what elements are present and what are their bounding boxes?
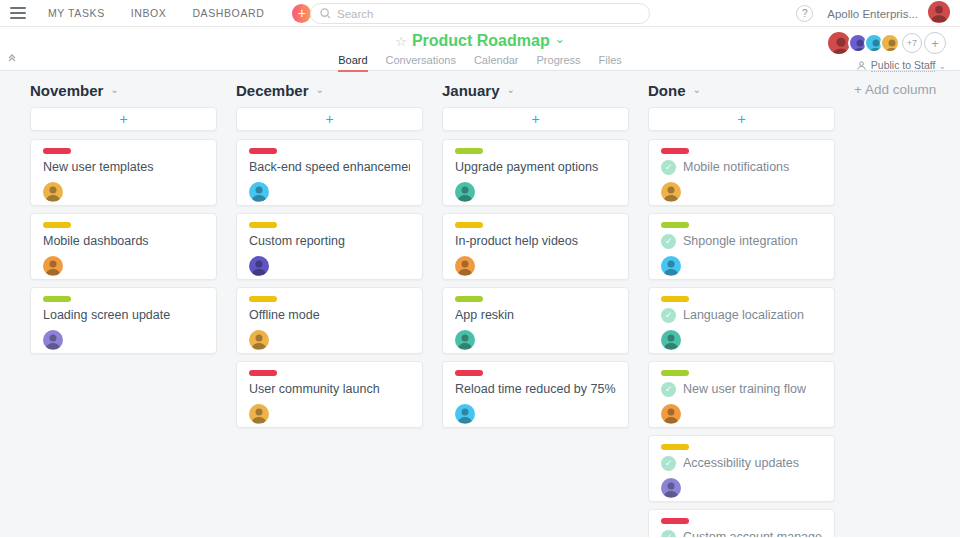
- tab-conversations[interactable]: Conversations: [386, 54, 456, 72]
- task-card[interactable]: ✓Shpongle integration: [648, 213, 835, 280]
- add-card-button[interactable]: +: [30, 107, 217, 131]
- user-avatar-image: [928, 1, 950, 23]
- task-tag: [455, 296, 483, 302]
- task-title: Loading screen update: [43, 308, 204, 323]
- task-tag: [455, 222, 483, 228]
- task-card[interactable]: Back-end speed enhancements: [236, 139, 423, 206]
- assignee-avatar: [455, 330, 475, 350]
- project-header: ☆ Product Roadmap ⌄ BoardConversationsCa…: [0, 27, 960, 71]
- column-december: December⌄+Back-end speed enhancementsCus…: [236, 81, 423, 435]
- add-card-button[interactable]: +: [648, 107, 835, 131]
- share-chevron-icon: ⌄: [938, 61, 946, 71]
- add-card-button[interactable]: +: [236, 107, 423, 131]
- task-tag: [249, 222, 277, 228]
- nav-item-inbox[interactable]: INBOX: [131, 7, 167, 19]
- task-tag: [661, 222, 689, 228]
- column-chevron-icon: ⌄: [693, 84, 701, 95]
- search-icon: [320, 8, 331, 19]
- assignee-avatar: [661, 404, 681, 424]
- task-card[interactable]: Reload time reduced by 75%: [442, 361, 629, 428]
- assignee-avatar: [455, 256, 475, 276]
- column-header-january[interactable]: January⌄: [442, 81, 629, 99]
- task-title: Offline mode: [249, 308, 410, 323]
- assignee-avatar: [249, 256, 269, 276]
- check-icon: ✓: [661, 456, 676, 471]
- task-card[interactable]: In-product help videos: [442, 213, 629, 280]
- assignee-avatar: [249, 330, 269, 350]
- task-card[interactable]: ✓New user training flow: [648, 361, 835, 428]
- task-tag: [43, 222, 71, 228]
- task-tag: [661, 370, 689, 376]
- assignee-avatar: [661, 182, 681, 202]
- task-tag: [249, 370, 277, 376]
- topbar: MY TASKSINBOXDASHBOARD + ? Apollo Enterp…: [0, 0, 960, 27]
- task-card[interactable]: ✓Custom account management: [648, 509, 835, 537]
- member-avatar[interactable]: [880, 33, 900, 53]
- quick-add-button[interactable]: +: [292, 4, 311, 23]
- collapse-icon[interactable]: [7, 49, 17, 67]
- tab-files[interactable]: Files: [599, 54, 622, 72]
- nav-item-dashboard[interactable]: DASHBOARD: [192, 7, 264, 19]
- task-card[interactable]: Custom reporting: [236, 213, 423, 280]
- check-icon: ✓: [661, 160, 676, 175]
- assignee-avatar: [43, 256, 63, 276]
- task-title: Mobile dashboards: [43, 234, 204, 249]
- task-card[interactable]: ✓Language localization: [648, 287, 835, 354]
- task-card[interactable]: User community launch: [236, 361, 423, 428]
- search-input[interactable]: [337, 8, 617, 20]
- task-card[interactable]: Upgrade payment options: [442, 139, 629, 206]
- task-card[interactable]: App reskin: [442, 287, 629, 354]
- add-column-button[interactable]: + Add column: [854, 81, 936, 97]
- favorite-star-icon[interactable]: ☆: [395, 34, 407, 49]
- column-chevron-icon: ⌄: [507, 84, 515, 95]
- share-label: Public to Staff: [871, 59, 936, 72]
- task-title: Custom account management: [683, 530, 822, 537]
- project-menu-chevron-icon[interactable]: ⌄: [555, 32, 565, 46]
- task-title-line: ✓Shpongle integration: [661, 234, 822, 249]
- share-control[interactable]: Public to Staff ⌄: [830, 59, 946, 72]
- column-header-november[interactable]: November⌄: [30, 81, 217, 99]
- assignee-avatar: [43, 330, 63, 350]
- task-tag: [43, 296, 71, 302]
- column-january: January⌄+Upgrade payment optionsIn-produ…: [442, 81, 629, 435]
- column-header-done[interactable]: Done⌄: [648, 81, 835, 99]
- tab-calendar[interactable]: Calendar: [474, 54, 519, 72]
- column-chevron-icon: ⌄: [316, 84, 324, 95]
- task-tag: [661, 444, 689, 450]
- task-title: Custom reporting: [249, 234, 410, 249]
- column-name: January: [442, 82, 500, 99]
- task-card[interactable]: Offline mode: [236, 287, 423, 354]
- task-card[interactable]: New user templates: [30, 139, 217, 206]
- task-title: Language localization: [683, 308, 804, 323]
- member-overflow-badge[interactable]: +7: [902, 33, 922, 53]
- tab-board[interactable]: Board: [338, 54, 367, 72]
- column-chevron-icon: ⌄: [110, 84, 118, 95]
- nav-item-my-tasks[interactable]: MY TASKS: [48, 7, 105, 19]
- search-box[interactable]: [310, 3, 650, 24]
- user-avatar[interactable]: [928, 1, 950, 27]
- task-card[interactable]: ✓Accessibility updates: [648, 435, 835, 502]
- assignee-avatar: [249, 404, 269, 424]
- task-title: Upgrade payment options: [455, 160, 616, 175]
- task-title-line: ✓Language localization: [661, 308, 822, 323]
- add-card-button[interactable]: +: [442, 107, 629, 131]
- task-title-line: ✓Mobile notifications: [661, 160, 822, 175]
- task-title: New user training flow: [683, 382, 806, 397]
- task-title: New user templates: [43, 160, 204, 175]
- column-name: Done: [648, 82, 686, 99]
- task-title-line: ✓Custom account management: [661, 530, 822, 537]
- help-button[interactable]: ?: [796, 5, 813, 22]
- task-card[interactable]: Mobile dashboards: [30, 213, 217, 280]
- menu-icon[interactable]: [10, 7, 26, 19]
- assignee-avatar: [249, 182, 269, 202]
- task-title: User community launch: [249, 382, 410, 397]
- task-title: In-product help videos: [455, 234, 616, 249]
- task-card[interactable]: Loading screen update: [30, 287, 217, 354]
- add-member-button[interactable]: +: [924, 32, 946, 54]
- task-card[interactable]: ✓Mobile notifications: [648, 139, 835, 206]
- tab-progress[interactable]: Progress: [537, 54, 581, 72]
- task-tag: [661, 518, 689, 524]
- task-tag: [661, 148, 689, 154]
- column-header-december[interactable]: December⌄: [236, 81, 423, 99]
- workspace-name[interactable]: Apollo Enterpris...: [827, 8, 918, 20]
